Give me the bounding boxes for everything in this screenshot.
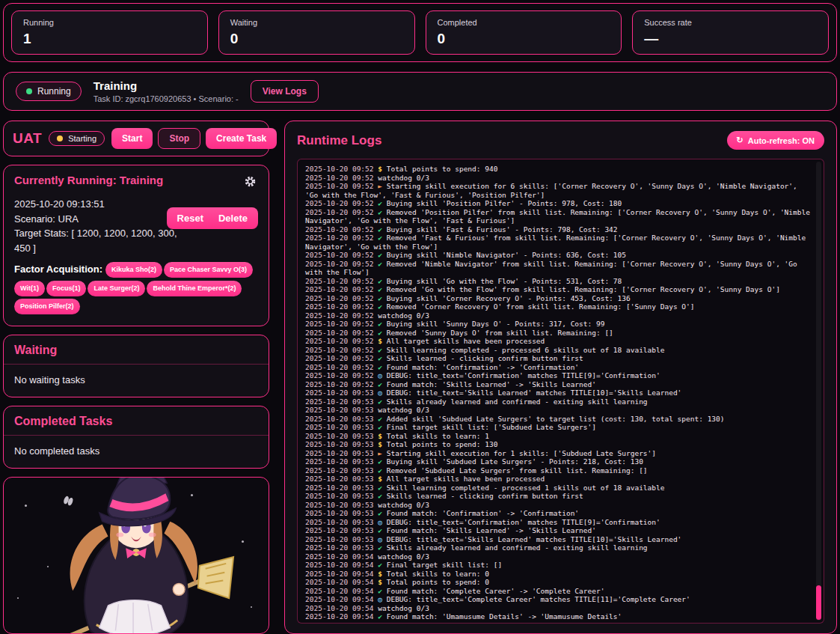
log-line: 2025-10-20 09:52 ✔ Buying skill 'Fast & …	[305, 225, 812, 234]
log-message: Buying skill 'Sunny Days O' - Points: 31…	[387, 320, 605, 328]
log-message: Found match: 'Complete Career' -> 'Compl…	[387, 587, 605, 595]
check-icon: ✔	[378, 320, 386, 328]
log-timestamp: 2025-10-20 09:52	[305, 320, 378, 328]
check-icon: ✔	[378, 492, 386, 500]
rocket-icon: ►	[378, 449, 386, 457]
log-line: 2025-10-20 09:52 ✔ Buying skill 'Go with…	[305, 277, 812, 286]
log-line: 2025-10-20 09:53 ✔ Final target skill li…	[305, 423, 812, 432]
log-timestamp: 2025-10-20 09:53	[305, 509, 378, 517]
check-icon: ✔	[378, 329, 386, 337]
active-task-banner: Running Training Task ID: zgcrq176092065…	[3, 72, 837, 111]
task-action-buttons: Reset Delete	[167, 207, 258, 229]
money-icon: $	[378, 432, 386, 440]
check-icon: ✔	[378, 484, 386, 492]
uat-buttons: Start Stop Create Task	[111, 128, 277, 149]
log-timestamp: 2025-10-20 09:53	[305, 501, 378, 509]
log-line: 2025-10-20 09:53 ✔ Skills learned - clic…	[305, 492, 812, 501]
check-icon: ✔	[378, 199, 386, 207]
auto-refresh-toggle[interactable]: ↻ Auto-refresh: ON	[727, 131, 824, 150]
search-icon: ◎	[378, 518, 386, 526]
log-line: 2025-10-20 09:53 ◎ DEBUG: title_text='Sk…	[305, 535, 812, 544]
money-icon: $	[378, 475, 386, 483]
check-icon: ✔	[378, 277, 386, 285]
log-line: 2025-10-20 09:52 ✔ Skills learned - clic…	[305, 354, 812, 363]
log-message: watchdog 0/3	[378, 174, 429, 182]
log-timestamp: 2025-10-20 09:53	[305, 432, 378, 440]
scrollbar-track[interactable]	[816, 162, 821, 621]
reset-button[interactable]: Reset	[171, 213, 209, 224]
log-message: watchdog 0/3	[378, 406, 429, 414]
butterfly-small-icon	[63, 496, 74, 506]
right-column: Runtime Logs ↻ Auto-refresh: ON 2025-10-…	[284, 121, 837, 634]
waiting-card: Waiting No waiting tasks	[3, 335, 269, 397]
stat-card-waiting: Waiting 0	[218, 10, 415, 55]
log-line: 2025-10-20 09:54 ◎ DEBUG: title_text='Um…	[305, 621, 812, 624]
stop-button[interactable]: Stop	[158, 128, 200, 149]
completed-empty-text: No completed tasks	[4, 436, 269, 468]
log-timestamp: 2025-10-20 09:54	[305, 604, 378, 612]
main-content: UAT Starting Start Stop Create Task Curr…	[3, 121, 837, 634]
log-message: Removed 'Subdued Late Surgers' from skil…	[387, 466, 648, 475]
app-title: UAT	[13, 130, 42, 147]
log-line: 2025-10-20 09:53 ✔ Buying skill 'Subdued…	[305, 457, 812, 466]
factor-badge: Wit(1)	[14, 281, 45, 296]
money-icon: $	[378, 578, 386, 586]
log-message: Skills learned - clicking confirm button…	[387, 354, 583, 362]
log-timestamp: 2025-10-20 09:52	[305, 380, 378, 388]
log-timestamp: 2025-10-20 09:53	[305, 397, 378, 406]
log-message: Found match: 'Skills Learned' -> 'Skills…	[387, 380, 596, 388]
factor-badge: Focus(1)	[46, 281, 87, 296]
log-timestamp: 2025-10-20 09:52	[305, 251, 378, 259]
log-message: Removed 'Sunny Days O' from skill list. …	[387, 329, 613, 337]
auto-refresh-label: Auto-refresh: ON	[748, 136, 815, 145]
check-icon: ✔	[378, 251, 386, 259]
log-line: 2025-10-20 09:54 ✔ Found match: 'Umamusu…	[305, 612, 812, 621]
log-timestamp: 2025-10-20 09:52	[305, 225, 378, 234]
stat-label: Waiting	[230, 18, 403, 27]
log-lines: 2025-10-20 09:52 $ Total points to spend…	[305, 165, 812, 624]
start-button[interactable]: Start	[111, 128, 153, 149]
log-timestamp: 2025-10-20 09:52	[305, 285, 378, 293]
log-timestamp: 2025-10-20 09:52	[305, 294, 378, 302]
log-line: 2025-10-20 09:53 ► Starting skill execut…	[305, 449, 812, 458]
check-icon: ✔	[378, 397, 386, 406]
log-timestamp: 2025-10-20 09:54	[305, 561, 378, 569]
delete-button[interactable]: Delete	[212, 213, 254, 224]
log-timestamp: 2025-10-20 09:52	[305, 234, 378, 242]
character-art	[24, 477, 248, 634]
stat-label: Running	[23, 18, 196, 27]
log-message: Buying skill 'Subdued Late Surgers' - Po…	[387, 457, 643, 466]
log-timestamp: 2025-10-20 09:52	[305, 311, 378, 320]
check-icon: ✔	[378, 466, 386, 475]
log-output[interactable]: 2025-10-20 09:52 $ Total points to spend…	[297, 159, 824, 624]
rocket-icon: ►	[378, 182, 386, 190]
task-scenario: Scenario: URA	[14, 212, 180, 227]
stat-card-completed: Completed 0	[426, 10, 622, 55]
log-line: 2025-10-20 09:53 ◎ DEBUG: title_text='Sk…	[305, 388, 812, 397]
uat-panel: UAT Starting Start Stop Create Task	[3, 121, 269, 156]
scrollbar-thumb[interactable]	[816, 585, 821, 620]
log-timestamp: 2025-10-20 09:52	[305, 354, 378, 362]
status-badge: Running	[16, 82, 82, 101]
stat-value: —	[644, 31, 817, 47]
log-line: 2025-10-20 09:52 $ All target skills hav…	[305, 337, 812, 346]
log-message: Starting skill execution for 1 skills: […	[387, 449, 656, 457]
log-timestamp: 2025-10-20 09:53	[305, 475, 378, 483]
banner-subtitle: Task ID: zgcrq1760920653 • Scenario: -	[93, 94, 239, 103]
character-card	[3, 477, 269, 634]
view-logs-button[interactable]: View Logs	[251, 80, 319, 103]
create-task-button[interactable]: Create Task	[206, 128, 277, 149]
starting-dot-icon	[57, 135, 63, 141]
check-icon: ✔	[378, 346, 386, 354]
log-timestamp: 2025-10-20 09:52	[305, 260, 378, 268]
log-message: Total skills to learn: 1	[387, 432, 489, 440]
log-message: Final target skill list: ['Subdued Late …	[387, 423, 596, 431]
check-icon: ✔	[378, 260, 386, 268]
current-task-header: Currently Running: Training	[14, 174, 258, 192]
log-timestamp: 2025-10-20 09:53	[305, 457, 378, 466]
settings-button[interactable]	[242, 174, 258, 192]
log-message: Buying skill 'Nimble Navigator' - Points…	[387, 251, 626, 259]
log-line: 2025-10-20 09:52 ✔ Removed 'Go with the …	[305, 285, 812, 294]
log-message: Found match: 'Umamusume Details' -> 'Uma…	[387, 612, 622, 621]
log-message: watchdog 0/3	[378, 501, 429, 509]
